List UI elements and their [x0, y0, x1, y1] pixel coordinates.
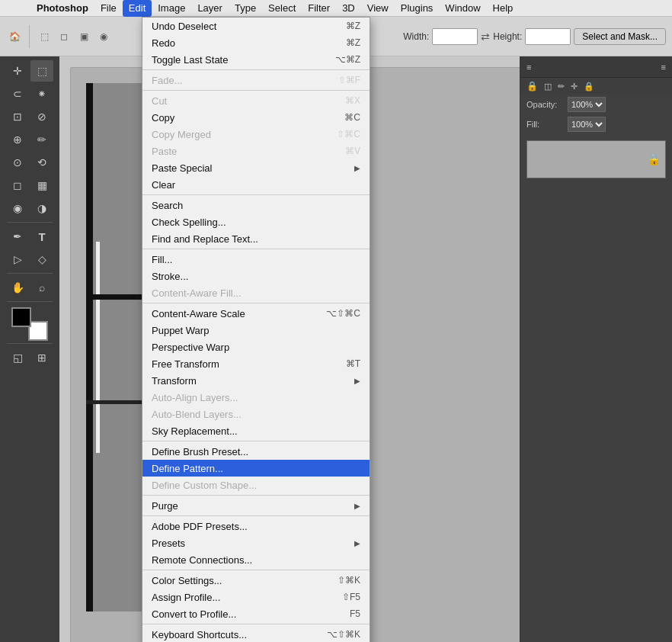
- menu-item-arrow-icon: ▶: [354, 539, 360, 547]
- menu-item-shortcut: ⌘V: [345, 146, 360, 156]
- menu-item-shortcut: ⌘C: [344, 112, 360, 123]
- menu-item-label: Remote Connections...: [152, 554, 252, 566]
- menu-separator: [142, 69, 370, 70]
- menu-item-shortcut: ⇧⌘K: [338, 575, 360, 586]
- menu-item-color-settings---[interactable]: Color Settings...⇧⌘K: [142, 572, 370, 589]
- menu-item-label: Stroke...: [152, 271, 188, 282]
- menu-separator: [142, 495, 370, 496]
- menu-item-cut[interactable]: Cut⌘X: [142, 92, 370, 109]
- menu-item-label: Paste Special: [152, 162, 213, 174]
- menu-item-label: Undo Deselect: [152, 21, 216, 32]
- menu-item-define-pattern---[interactable]: Define Pattern...: [142, 460, 370, 477]
- menu-item-label: Auto-Blend Layers...: [152, 409, 242, 420]
- menu-item-shortcut: F5: [350, 608, 360, 619]
- menu-item-shortcut: ⇧F5: [342, 592, 360, 602]
- menu-item-label: Fade...: [152, 75, 182, 86]
- menu-item-label: Color Settings...: [152, 575, 222, 586]
- menu-item-arrow-icon: ▶: [354, 502, 360, 510]
- menu-item-sky-replacement---[interactable]: Sky Replacement...: [142, 422, 370, 439]
- menu-item-shortcut: ⌘Z: [346, 37, 360, 48]
- menu-item-content-aware-fill---[interactable]: Content-Aware Fill...: [142, 284, 370, 301]
- menu-item-label: Search: [152, 200, 183, 211]
- menu-separator: [142, 570, 370, 570]
- menu-item-adobe-pdf-presets---[interactable]: Adobe PDF Presets...: [142, 518, 370, 534]
- menu-item-shortcut: ⌥⇧⌘C: [326, 308, 360, 319]
- menu-item-label: Auto-Align Layers...: [152, 392, 238, 403]
- menu-separator: [142, 624, 370, 624]
- menu-item-label: Paste: [152, 146, 177, 157]
- menu-item-toggle-last-state[interactable]: Toggle Last State⌥⌘Z: [142, 51, 370, 68]
- menu-item-label: Puppet Warp: [152, 325, 209, 336]
- menu-item-keyboard-shortcuts---[interactable]: Keyboard Shortcuts...⌥⇧⌘K: [142, 626, 370, 642]
- menu-item-arrow-icon: ▶: [354, 377, 360, 385]
- menu-item-copy-merged[interactable]: Copy Merged⇧⌘C: [142, 126, 370, 143]
- menu-item-paste-special[interactable]: Paste Special▶: [142, 159, 370, 176]
- menu-item-purge[interactable]: Purge▶: [142, 497, 370, 514]
- menu-item-label: Define Brush Preset...: [152, 446, 248, 457]
- menu-item-shortcut: ⌘T: [346, 358, 360, 369]
- menu-item-define-custom-shape---[interactable]: Define Custom Shape...: [142, 477, 370, 493]
- menu-item-label: Presets: [152, 538, 185, 549]
- menu-item-clear[interactable]: Clear: [142, 176, 370, 193]
- menu-item-fill---[interactable]: Fill...: [142, 251, 370, 268]
- menu-item-label: Free Transform: [152, 358, 219, 370]
- menu-item-label: Perspective Warp: [152, 342, 229, 353]
- menu-item-auto-align-layers---[interactable]: Auto-Align Layers...: [142, 389, 370, 406]
- menu-item-label: Clear: [152, 179, 175, 191]
- menu-item-shortcut: ⌘X: [345, 95, 360, 106]
- menu-item-shortcut: ⌘Z: [346, 21, 360, 31]
- menu-item-check-spelling---[interactable]: Check Spelling...: [142, 213, 370, 230]
- menu-item-label: Find and Replace Text...: [152, 233, 258, 245]
- menu-item-shortcut: ⌥⌘Z: [335, 54, 360, 65]
- menu-item-label: Content-Aware Fill...: [152, 287, 242, 299]
- menu-item-presets[interactable]: Presets▶: [142, 534, 370, 551]
- menu-item-paste[interactable]: Paste⌘V: [142, 143, 370, 159]
- menu-separator: [142, 303, 370, 303]
- menu-item-redo[interactable]: Redo⌘Z: [142, 34, 370, 51]
- menu-item-free-transform[interactable]: Free Transform⌘T: [142, 355, 370, 372]
- menu-item-label: Fill...: [152, 254, 172, 265]
- menu-item-label: Copy Merged: [152, 129, 211, 140]
- menu-item-label: Toggle Last State: [152, 54, 228, 66]
- menu-item-label: Redo: [152, 37, 175, 49]
- menu-item-puppet-warp[interactable]: Puppet Warp: [142, 322, 370, 339]
- menu-item-label: Cut: [152, 95, 167, 107]
- menu-item-assign-profile---[interactable]: Assign Profile...⇧F5: [142, 589, 370, 605]
- menu-item-label: Assign Profile...: [152, 592, 220, 603]
- menu-item-label: Keyboard Shortcuts...: [152, 629, 247, 640]
- menu-item-fade---[interactable]: Fade...⇧⌘F: [142, 72, 370, 88]
- menu-item-content-aware-scale[interactable]: Content-Aware Scale⌥⇧⌘C: [142, 305, 370, 322]
- menu-separator: [142, 249, 370, 249]
- menu-item-label: Purge: [152, 500, 178, 512]
- menu-item-convert-to-profile---[interactable]: Convert to Profile...F5: [142, 605, 370, 622]
- menu-item-search[interactable]: Search: [142, 197, 370, 213]
- menu-item-perspective-warp[interactable]: Perspective Warp: [142, 339, 370, 355]
- menu-item-label: Define Pattern...: [152, 463, 223, 474]
- menu-separator: [142, 441, 370, 441]
- edit-menu-dropdown: Undo Deselect⌘ZRedo⌘ZToggle Last State⌥⌘…: [142, 17, 370, 642]
- menu-item-transform[interactable]: Transform▶: [142, 372, 370, 389]
- menu-separator: [142, 194, 370, 195]
- dropdown-overlay: Undo Deselect⌘ZRedo⌘ZToggle Last State⌥⌘…: [0, 0, 672, 642]
- menu-separator: [142, 90, 370, 91]
- menu-item-label: Content-Aware Scale: [152, 308, 245, 319]
- menu-item-arrow-icon: ▶: [354, 164, 360, 172]
- menu-item-shortcut: ⇧⌘F: [338, 75, 360, 85]
- menu-item-label: Check Spelling...: [152, 217, 226, 228]
- menu-item-label: Sky Replacement...: [152, 425, 238, 437]
- menu-item-label: Copy: [152, 112, 174, 124]
- menu-item-copy[interactable]: Copy⌘C: [142, 109, 370, 126]
- menu-item-stroke---[interactable]: Stroke...: [142, 268, 370, 284]
- menu-item-define-brush-preset---[interactable]: Define Brush Preset...: [142, 443, 370, 460]
- menu-item-label: Define Custom Shape...: [152, 480, 257, 491]
- menu-separator: [142, 515, 370, 516]
- menu-item-label: Convert to Profile...: [152, 608, 236, 620]
- menu-item-find-and-replace-text---[interactable]: Find and Replace Text...: [142, 230, 370, 247]
- menu-item-undo-deselect[interactable]: Undo Deselect⌘Z: [142, 18, 370, 34]
- menu-item-label: Transform: [152, 375, 197, 387]
- menu-item-shortcut: ⌥⇧⌘K: [327, 629, 360, 640]
- menu-item-remote-connections---[interactable]: Remote Connections...: [142, 551, 370, 568]
- menu-item-shortcut: ⇧⌘C: [337, 129, 360, 140]
- menu-item-auto-blend-layers---[interactable]: Auto-Blend Layers...: [142, 406, 370, 422]
- menu-item-label: Adobe PDF Presets...: [152, 521, 248, 532]
